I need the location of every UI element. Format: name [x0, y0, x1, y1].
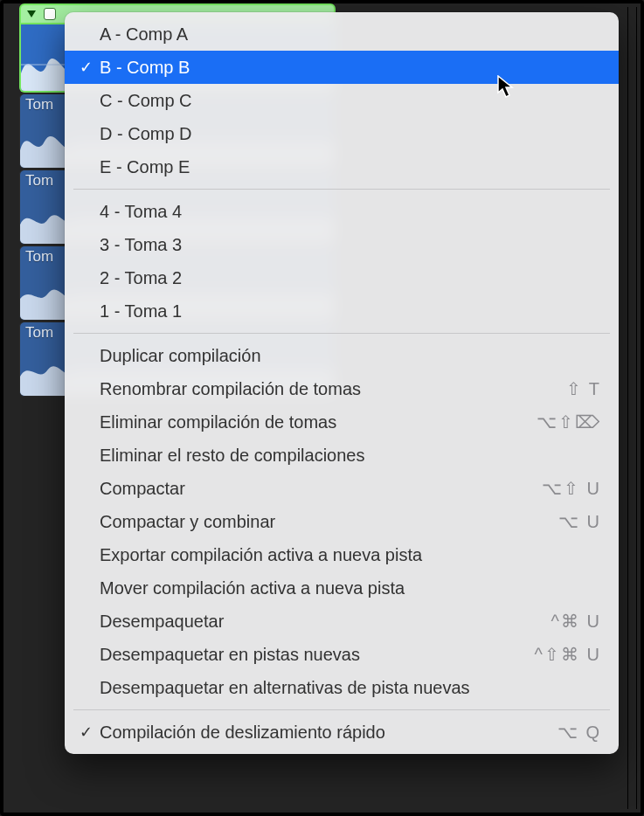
take-folder-title-stub [44, 8, 56, 20]
menu-item-label: D - Comp D [100, 124, 601, 144]
menu-item-label: Desempaquetar en pistas nuevas [100, 645, 524, 665]
svg-marker-0 [27, 10, 36, 17]
menu-item-label: Compactar y combinar [100, 512, 548, 532]
menu-item-take-4[interactable]: 4 - Toma 4 [65, 195, 619, 228]
menu-item-label: 2 - Toma 2 [100, 268, 601, 288]
menu-item-shortcut: ^⌘ U [551, 611, 601, 632]
menu-item-unpack[interactable]: Desempaquetar ^⌘ U [65, 605, 619, 638]
menu-item-label: Duplicar compilación [100, 346, 591, 366]
menu-item-shortcut: ⌥⇧⌦ [537, 411, 601, 432]
menu-item-label: A - Comp A [100, 24, 601, 45]
menu-item-label: Mover compilación activa a nueva pista [100, 578, 591, 598]
menu-item-label: C - Comp C [100, 91, 601, 111]
menu-item-take-3[interactable]: 3 - Toma 3 [65, 228, 619, 261]
menu-item-comp-a[interactable]: A - Comp A [65, 17, 619, 51]
take-lane-label: Tom [25, 324, 53, 342]
menu-item-delete-other-comps[interactable]: Eliminar el resto de compilaciones [65, 439, 619, 472]
menu-item-duplicate-comp[interactable]: Duplicar compilación [65, 339, 619, 372]
menu-item-shortcut: ^⇧⌘ U [535, 644, 601, 665]
check-icon: ✓ [77, 723, 94, 742]
menu-item-move-active-comp[interactable]: Mover compilación activa a nueva pista [65, 571, 619, 605]
menu-item-label: 1 - Toma 1 [100, 301, 601, 322]
menu-item-shortcut: ⌥ Q [557, 722, 601, 743]
menu-item-comp-c[interactable]: C - Comp C [65, 84, 619, 117]
menu-item-take-1[interactable]: 1 - Toma 1 [65, 294, 619, 328]
menu-separator [73, 189, 610, 190]
menu-separator [73, 709, 610, 710]
menu-item-label: E - Comp E [100, 157, 601, 177]
check-icon: ✓ [77, 58, 94, 77]
menu-item-label: Compilación de deslizamiento rápido [100, 723, 547, 743]
menu-item-shortcut: ⇧ T [566, 378, 601, 399]
menu-item-comp-d[interactable]: D - Comp D [65, 117, 619, 150]
take-lane-label: Tom [25, 96, 53, 114]
menu-item-label: 3 - Toma 3 [100, 235, 601, 255]
take-folder-context-menu: A - Comp A ✓ B - Comp B C - Comp C D - C… [65, 12, 619, 754]
menu-separator [73, 333, 610, 334]
menu-item-label: Eliminar compilación de tomas [100, 412, 526, 432]
menu-item-shortcut: ⌥ U [558, 511, 601, 532]
menu-item-shortcut: ⌥⇧ U [542, 478, 601, 499]
take-lane-label: Tom [25, 248, 53, 266]
menu-item-quick-swipe-comping[interactable]: ✓ Compilación de deslizamiento rápido ⌥ … [65, 716, 619, 749]
menu-item-take-2[interactable]: 2 - Toma 2 [65, 261, 619, 294]
menu-item-label: B - Comp B [100, 58, 601, 78]
menu-item-comp-e[interactable]: E - Comp E [65, 150, 619, 183]
menu-item-label: Compactar [100, 479, 531, 499]
take-lane-label: Tom [25, 172, 53, 190]
menu-item-label: Desempaquetar [100, 612, 541, 632]
menu-item-comp-b[interactable]: ✓ B - Comp B [65, 51, 619, 84]
menu-item-delete-comp[interactable]: Eliminar compilación de tomas ⌥⇧⌦ [65, 405, 619, 439]
menu-item-flatten-merge[interactable]: Compactar y combinar ⌥ U [65, 505, 619, 538]
menu-item-label: Renombrar compilación de tomas [100, 379, 556, 399]
menu-item-unpack-new-alternatives[interactable]: Desempaquetar en alternativas de pista n… [65, 671, 619, 704]
menu-item-export-active-comp[interactable]: Exportar compilación activa a nueva pist… [65, 538, 619, 571]
menu-item-label: 4 - Toma 4 [100, 202, 601, 222]
menu-item-label: Exportar compilación activa a nueva pist… [100, 545, 591, 565]
menu-item-rename-comp[interactable]: Renombrar compilación de tomas ⇧ T [65, 372, 619, 405]
menu-item-label: Desempaquetar en alternativas de pista n… [100, 678, 591, 698]
menu-item-flatten[interactable]: Compactar ⌥⇧ U [65, 472, 619, 505]
menu-item-unpack-new-tracks[interactable]: Desempaquetar en pistas nuevas ^⇧⌘ U [65, 638, 619, 671]
disclosure-triangle-icon[interactable] [24, 7, 38, 21]
menu-item-label: Eliminar el resto de compilaciones [100, 446, 591, 466]
